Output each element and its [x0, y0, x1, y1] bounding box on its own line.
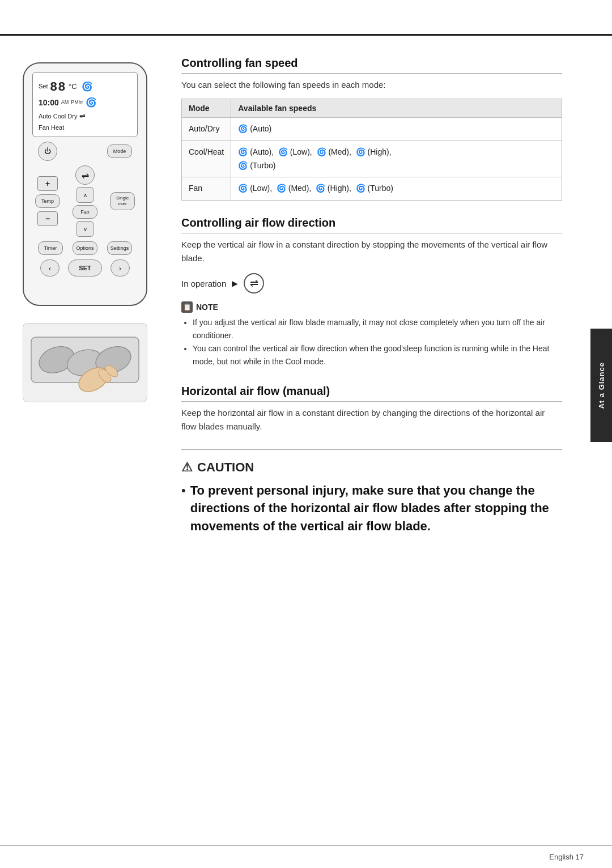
sidebar-tab-label: At a Glance [597, 362, 606, 409]
note-header: 📋 NOTE [181, 301, 562, 313]
fan-icon-ch-low: 🌀 [278, 147, 288, 156]
hand-blade-illustration [23, 323, 147, 402]
table-row: Fan 🌀 (Low), 🌀 (Med), 🌀 (High), 🌀 (Turbo… [182, 177, 562, 201]
fan-speed-table: Mode Available fan speeds Auto/Dry 🌀 (Au… [181, 99, 562, 201]
top-rule [0, 34, 612, 36]
note-item-2: You can control the vertical air flow di… [193, 342, 562, 368]
temp-down-button[interactable]: − [37, 211, 58, 226]
sidebar-tab: At a Glance [590, 329, 612, 442]
fan-icon-display: 🌀 [82, 80, 93, 93]
remote-bottom-row2: ‹ SET › [32, 259, 138, 276]
note-label: NOTE [196, 303, 218, 312]
air-flow-title: Controlling air flow direction [181, 216, 562, 233]
fan-speed-title: Controlling fan speed [181, 57, 562, 74]
temp-up-button[interactable]: + [37, 176, 58, 191]
fan-label-button: Fan [73, 205, 97, 219]
operation-row: In operation ▶ ⇌ [181, 273, 562, 293]
caution-bullet-dot: • [181, 482, 186, 500]
caution-icon: ⚠ [181, 460, 193, 475]
caution-bullet: • To prevent personal injury, make sure … [181, 482, 562, 536]
swing-icon-small: ⇌ [79, 110, 86, 122]
settings-button[interactable]: Settings [107, 241, 132, 255]
fan-down-button[interactable]: ∨ [76, 221, 94, 237]
note-list: If you adjust the vertical air flow blad… [181, 316, 562, 368]
set-button[interactable]: SET [68, 259, 102, 276]
modes-label: Auto Cool Dry [39, 112, 77, 121]
single-user-button[interactable]: Singleuser [110, 192, 135, 210]
table-col-mode: Mode [182, 99, 231, 118]
am-pm: AM [61, 99, 69, 107]
horizontal-flow-section: Horizontal air flow (manual) Keep the ho… [181, 385, 562, 433]
time-display: 10:00 [39, 97, 59, 109]
main-container: Set 88 °C 🌀 10:00 AM PMhr 🌀 Auto Cool Dr… [0, 45, 590, 868]
air-flow-subtitle: Keep the vertical air flow in a constant… [181, 238, 562, 265]
fan-icon-ch-high: 🌀 [356, 147, 366, 156]
remote-center-controls: ⇌ ∧ Fan ∨ [73, 165, 97, 237]
remote-top-buttons: ⏻ Mode [32, 142, 138, 161]
mode-button[interactable]: Mode [107, 144, 132, 158]
remote-control-illustration: Set 88 °C 🌀 10:00 AM PMhr 🌀 Auto Cool Dr… [23, 62, 147, 306]
air-flow-section: Controlling air flow direction Keep the … [181, 216, 562, 368]
remote-display: Set 88 °C 🌀 10:00 AM PMhr 🌀 Auto Cool Dr… [32, 72, 138, 137]
table-cell-speed-1: 🌀 (Auto) [231, 118, 562, 141]
blade-svg [26, 326, 144, 399]
nav-right-button[interactable]: › [110, 259, 130, 276]
fan-icon-f-low: 🌀 [238, 184, 248, 193]
caution-label: CAUTION [197, 460, 254, 475]
note-icon: 📋 [181, 301, 193, 313]
note-box: 📋 NOTE If you adjust the vertical air fl… [181, 301, 562, 368]
swing-button-illustration: ⇌ [244, 273, 264, 293]
arrow-right-icon: ▶ [232, 279, 238, 288]
temp-label-button: Temp [35, 194, 60, 208]
table-cell-mode-3: Fan [182, 177, 231, 201]
caution-title: ⚠ CAUTION [181, 460, 562, 475]
table-col-speeds: Available fan speeds [231, 99, 562, 118]
table-cell-mode-1: Auto/Dry [182, 118, 231, 141]
power-button[interactable]: ⏻ [38, 142, 57, 161]
fan-speed-subtitle: You can select the following fan speeds … [181, 78, 562, 92]
right-column: Controlling fan speed You can select the… [170, 45, 590, 868]
horizontal-flow-subtitle: Keep the horizontal air flow in a consta… [181, 406, 562, 433]
remote-left-controls: + Temp − [35, 176, 60, 226]
note-item-1: If you adjust the vertical air flow blad… [193, 316, 562, 342]
remote-middle: + Temp − ⇌ ∧ Fan ∨ Singleuser [32, 165, 138, 237]
temp-display: 88 [50, 77, 66, 96]
table-cell-speed-3: 🌀 (Low), 🌀 (Med), 🌀 (High), 🌀 (Turbo) [231, 177, 562, 201]
temp-unit: °C [69, 81, 77, 92]
fan-up-button[interactable]: ∧ [76, 187, 94, 203]
table-cell-mode-2: Cool/Heat [182, 141, 231, 177]
fan-icon-f-high: 🌀 [316, 184, 325, 193]
swing-button[interactable]: ⇌ [75, 165, 95, 185]
caution-section: ⚠ CAUTION • To prevent personal injury, … [181, 449, 562, 536]
in-operation-label: In operation [181, 279, 226, 288]
table-row: Auto/Dry 🌀 (Auto) [182, 118, 562, 141]
caution-text: To prevent personal injury, make sure th… [190, 482, 562, 536]
fan-icon-ch-auto: 🌀 [238, 147, 248, 156]
set-label: Set [39, 82, 48, 91]
nav-left-button[interactable]: ‹ [40, 259, 60, 276]
remote-bottom-row1: Timer Options Settings [32, 241, 138, 255]
table-row: Cool/Heat 🌀 (Auto), 🌀 (Low), 🌀 (Med), 🌀 … [182, 141, 562, 177]
phr-label: PMhr [71, 99, 83, 107]
fan-speed-section: Controlling fan speed You can select the… [181, 57, 562, 201]
fan-icon-f-med: 🌀 [277, 184, 286, 193]
options-button[interactable]: Options [73, 241, 97, 255]
fan-heat-label: Fan Heat [39, 123, 64, 133]
fan-icon-ch-turbo: 🌀 [238, 161, 248, 170]
fan-icon-time: 🌀 [86, 96, 97, 109]
horizontal-flow-title: Horizontal air flow (manual) [181, 385, 562, 402]
fan-icon-ch-med: 🌀 [317, 147, 326, 156]
table-cell-speed-2: 🌀 (Auto), 🌀 (Low), 🌀 (Med), 🌀 (High), 🌀 … [231, 141, 562, 177]
bottom-bar: English 17 [0, 845, 612, 868]
left-column: Set 88 °C 🌀 10:00 AM PMhr 🌀 Auto Cool Dr… [0, 45, 170, 868]
timer-button[interactable]: Timer [38, 241, 63, 255]
page-number: English 17 [549, 853, 584, 861]
fan-icon-auto-dry: 🌀 [238, 124, 248, 133]
fan-icon-f-turbo: 🌀 [356, 184, 366, 193]
